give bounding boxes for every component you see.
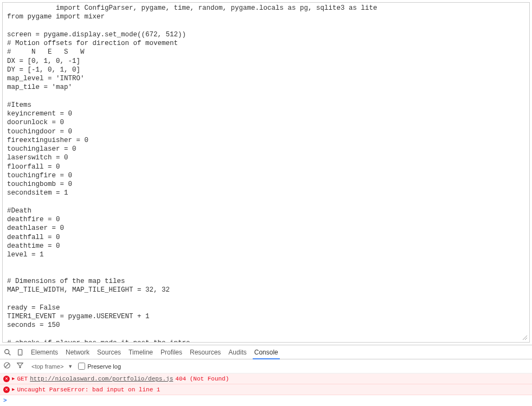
- svg-line-5: [5, 364, 9, 368]
- tab-audits[interactable]: Audits: [227, 349, 248, 356]
- search-icon[interactable]: [3, 348, 12, 357]
- console-error-row[interactable]: ✕ ▶ Uncaught ParseError: bad input on li…: [0, 384, 532, 395]
- preserve-log-control[interactable]: Preserve log: [78, 363, 121, 370]
- devtools-panel: Elements Network Sources Timeline Profil…: [0, 345, 532, 406]
- prompt-chevron-icon: >: [3, 397, 7, 404]
- preserve-log-label: Preserve log: [87, 363, 121, 370]
- tab-elements[interactable]: Elements: [29, 349, 60, 356]
- clear-console-icon[interactable]: [3, 362, 11, 371]
- tab-timeline[interactable]: Timeline: [127, 349, 155, 356]
- expand-arrow-icon[interactable]: ▶: [12, 376, 15, 382]
- code-textarea[interactable]: [3, 3, 529, 342]
- preserve-log-checkbox[interactable]: [78, 363, 85, 370]
- tab-console[interactable]: Console: [253, 345, 280, 359]
- code-editor-panel: [2, 2, 530, 343]
- filter-icon[interactable]: [16, 362, 24, 371]
- request-status: 404 (Not Found): [175, 376, 229, 382]
- svg-point-3: [20, 353, 20, 354]
- devtools-tab-bar: Elements Network Sources Timeline Profil…: [0, 345, 532, 359]
- request-method: GET: [17, 376, 28, 382]
- expand-arrow-icon[interactable]: ▶: [12, 386, 15, 392]
- device-icon[interactable]: [16, 348, 25, 357]
- console-input[interactable]: [10, 397, 529, 404]
- error-message-text: Uncaught ParseError: bad input on line 1: [17, 386, 160, 393]
- chevron-down-icon: ▼: [68, 364, 73, 369]
- tab-resources[interactable]: Resources: [188, 349, 222, 356]
- tab-sources[interactable]: Sources: [95, 349, 123, 356]
- svg-point-0: [5, 349, 9, 353]
- console-prompt-row[interactable]: >: [0, 395, 532, 406]
- resize-grip-icon[interactable]: [522, 334, 528, 341]
- frame-selector-label: <top frame>: [29, 363, 66, 370]
- console-messages: ✕ ▶ GET http://nicolasward.com/portfolio…: [0, 373, 532, 406]
- error-icon: ✕: [3, 376, 10, 382]
- svg-line-1: [9, 353, 11, 355]
- tab-profiles[interactable]: Profiles: [159, 349, 184, 356]
- console-toolbar: <top frame> ▼ Preserve log: [0, 359, 532, 373]
- error-icon: ✕: [3, 386, 10, 393]
- request-url[interactable]: http://nicolasward.com/portfolio/deps.js: [30, 376, 173, 382]
- tab-network[interactable]: Network: [64, 349, 91, 356]
- console-error-row[interactable]: ✕ ▶ GET http://nicolasward.com/portfolio…: [0, 373, 532, 384]
- frame-selector[interactable]: <top frame> ▼: [29, 363, 73, 370]
